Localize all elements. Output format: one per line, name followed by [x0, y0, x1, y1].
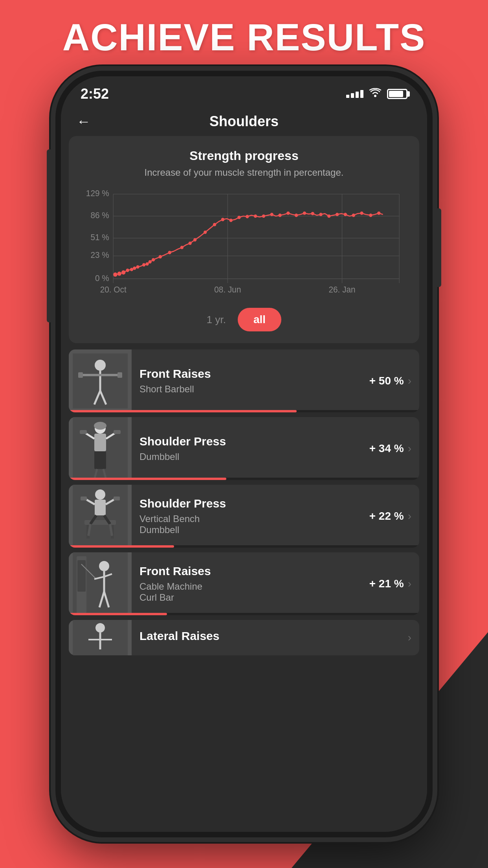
svg-text:23 %: 23 %	[90, 250, 109, 259]
svg-rect-74	[94, 451, 106, 469]
progress-bar-container	[69, 410, 419, 412]
svg-text:129 %: 129 %	[86, 190, 109, 198]
exercise-info-front-raises-barbell: Front Raises Short Barbell	[132, 359, 365, 403]
exercise-item-shoulder-press-dumbbell[interactable]: Shoulder Press Dumbbell + 34 % ›	[69, 417, 419, 480]
svg-rect-93	[77, 560, 86, 592]
exercise-equipment: Short Barbell	[139, 384, 358, 395]
svg-point-25	[142, 263, 145, 267]
svg-rect-72	[80, 430, 87, 434]
svg-point-28	[152, 258, 155, 261]
progress-subtitle: Increase of your muscle strength in perc…	[81, 167, 407, 178]
battery-icon	[387, 89, 407, 99]
exercise-image-lateral-raises	[69, 620, 132, 655]
svg-point-38	[237, 216, 240, 219]
progress-bar-fill	[69, 613, 167, 615]
status-time: 2:52	[81, 86, 109, 102]
svg-point-69	[94, 422, 106, 430]
svg-point-45	[295, 213, 298, 217]
exercise-image-front-raises-barbell	[69, 349, 132, 412]
exercise-item-lateral-raises[interactable]: Lateral Raises ›	[69, 620, 419, 655]
svg-point-0	[374, 95, 376, 97]
svg-point-33	[193, 238, 196, 242]
svg-point-36	[221, 218, 224, 221]
exercise-name: Front Raises	[139, 367, 358, 381]
svg-point-22	[130, 268, 133, 271]
headline: ACHIEVE RESULTS	[62, 16, 426, 59]
exercise-item-front-raises-cable[interactable]: Front Raises Cable Machine Curl Bar + 21…	[69, 552, 419, 615]
svg-point-95	[99, 561, 109, 571]
svg-point-19	[117, 272, 121, 276]
svg-text:20. Oct: 20. Oct	[100, 285, 127, 294]
chevron-right-icon: ›	[408, 577, 419, 590]
svg-point-26	[145, 262, 149, 266]
exercise-percent: + 22 %	[365, 510, 408, 522]
svg-text:26. Jan: 26. Jan	[329, 285, 356, 294]
progress-bar-container	[69, 613, 419, 615]
svg-point-30	[168, 251, 171, 254]
progress-bar-container	[69, 478, 419, 480]
exercise-name: Front Raises	[139, 565, 358, 578]
svg-point-39	[246, 215, 249, 219]
svg-point-41	[262, 214, 265, 218]
progress-title: Strength progress	[81, 149, 407, 163]
svg-rect-73	[114, 430, 121, 434]
svg-point-51	[344, 213, 347, 216]
svg-point-27	[149, 260, 152, 264]
exercise-info-shoulder-press-bench: Shoulder Press Vertical Bench Dumbbell	[132, 489, 365, 543]
svg-point-102	[95, 623, 105, 633]
status-icons	[346, 88, 407, 100]
exercise-percent: + 50 %	[365, 375, 408, 387]
exercise-item-shoulder-press-bench[interactable]: Shoulder Press Vertical Bench Dumbbell +…	[69, 485, 419, 548]
exercise-info-front-raises-cable: Front Raises Cable Machine Curl Bar	[132, 557, 365, 611]
time-all-button[interactable]: all	[238, 308, 281, 331]
chevron-right-icon: ›	[408, 442, 419, 455]
svg-point-50	[336, 213, 339, 216]
svg-point-43	[278, 213, 281, 217]
chevron-right-icon: ›	[408, 375, 419, 387]
svg-text:86 %: 86 %	[90, 211, 109, 220]
strength-chart: 129 % 86 % 51 % 23 % 0 % 20. Oct 08. Jun…	[81, 190, 407, 300]
exercise-image-shoulder-press-bench	[69, 485, 132, 548]
nav-header: ← Shoulders	[61, 107, 427, 136]
exercise-equipment: Cable Machine Curl Bar	[139, 581, 358, 603]
chart-svg: 129 % 86 % 51 % 23 % 0 % 20. Oct 08. Jun…	[81, 190, 407, 300]
exercise-name: Lateral Raises	[139, 629, 400, 643]
exercise-info-shoulder-press-dumbbell: Shoulder Press Dumbbell	[132, 427, 365, 470]
svg-point-44	[286, 211, 290, 215]
svg-rect-83	[114, 497, 120, 500]
exercise-image-shoulder-press-dumbbell	[69, 417, 132, 480]
nav-title: Shoulders	[209, 113, 279, 130]
exercise-name: Shoulder Press	[139, 497, 358, 510]
exercise-item-front-raises-barbell[interactable]: Front Raises Short Barbell + 50 % ›	[69, 349, 419, 412]
progress-bar-container	[69, 545, 419, 548]
svg-point-46	[303, 211, 306, 215]
progress-bar-fill	[69, 478, 226, 480]
main-content: Strength progress Increase of your muscl…	[61, 136, 427, 832]
back-button[interactable]: ←	[77, 113, 91, 130]
wifi-icon	[369, 88, 382, 100]
svg-rect-68	[94, 434, 106, 451]
time-selector[interactable]: 1 yr. all	[81, 308, 407, 331]
svg-point-57	[95, 360, 106, 371]
svg-text:08. Jun: 08. Jun	[214, 285, 241, 294]
svg-point-78	[95, 489, 105, 500]
chevron-right-icon: ›	[408, 510, 419, 522]
progress-bar-fill	[69, 410, 297, 412]
svg-point-34	[204, 230, 207, 234]
svg-text:0 %: 0 %	[95, 273, 109, 282]
phone-device: 2:52 ← Shoulders	[55, 71, 433, 837]
status-bar: 2:52	[61, 76, 427, 107]
time-1yr-button[interactable]: 1 yr.	[207, 314, 226, 326]
signal-icon	[346, 90, 363, 98]
svg-point-54	[369, 213, 372, 217]
exercise-name: Shoulder Press	[139, 435, 358, 448]
svg-rect-63	[117, 372, 122, 378]
exercise-percent: + 21 %	[365, 577, 408, 590]
svg-point-21	[126, 268, 129, 272]
svg-point-53	[360, 211, 363, 215]
svg-point-55	[377, 211, 380, 215]
svg-point-32	[189, 241, 192, 245]
svg-point-37	[229, 219, 233, 222]
svg-point-42	[270, 213, 273, 216]
exercise-equipment: Dumbbell	[139, 451, 358, 462]
